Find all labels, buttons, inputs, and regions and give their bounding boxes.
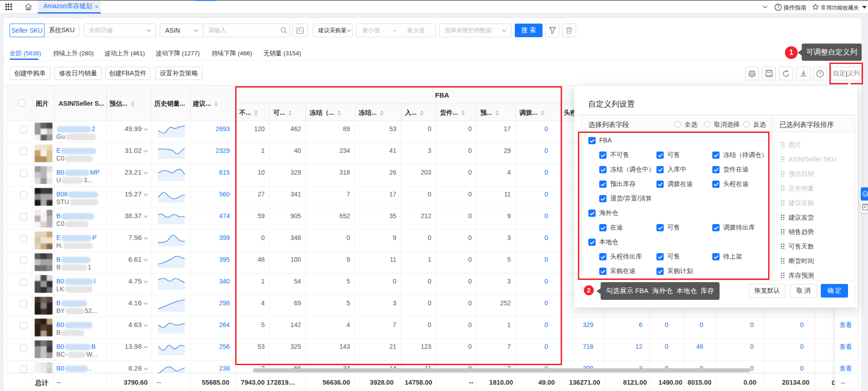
svg-text:?: ? bbox=[819, 71, 822, 76]
svg-text:?: ? bbox=[777, 5, 779, 10]
